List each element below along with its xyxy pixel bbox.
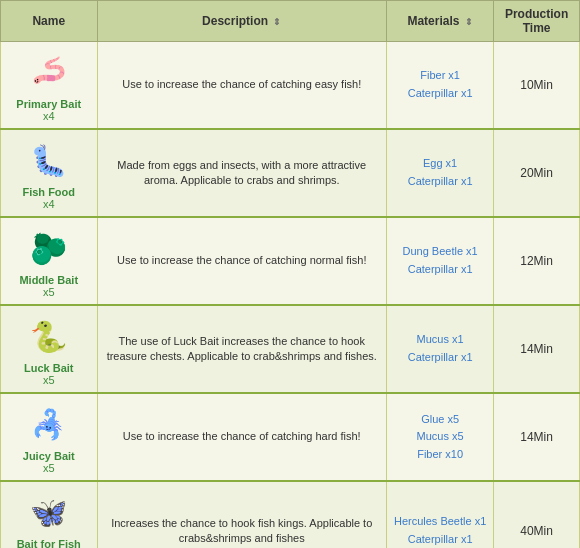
material-item: Fiber x10	[391, 446, 489, 464]
material-item: Caterpillar x1	[391, 85, 489, 103]
table-header-row: Name Description ⇕ Materials ⇕ Productio…	[1, 1, 580, 42]
primary-bait-qty: x4	[5, 110, 93, 122]
name-cell-middle-bait: 🫐 Middle Bait x5	[1, 217, 98, 305]
material-item: Caterpillar x1	[391, 173, 489, 191]
bait-for-fish-king-name: Bait for Fish King	[5, 538, 93, 548]
sort-arrows-materials[interactable]: ⇕	[465, 17, 473, 27]
table-row: 🐍 Luck Bait x5 The use of Luck Bait incr…	[1, 305, 580, 393]
col-header-production-time: Production Time	[494, 1, 580, 42]
desc-cell-middle-bait: Use to increase the chance of catching n…	[97, 217, 387, 305]
materials-cell-primary-bait: Fiber x1Caterpillar x1	[387, 42, 494, 130]
desc-cell-juicy-bait: Use to increase the chance of catching h…	[97, 393, 387, 481]
prod-time-cell-juicy-bait: 14Min	[494, 393, 580, 481]
luck-bait-icon: 🐍	[25, 312, 73, 360]
luck-bait-qty: x5	[5, 374, 93, 386]
desc-cell-bait-for-fish-king: Increases the chance to hook fish kings.…	[97, 481, 387, 548]
col-header-description: Description ⇕	[97, 1, 387, 42]
table-row: 🐛 Fish Food x4 Made from eggs and insect…	[1, 129, 580, 217]
primary-bait-name: Primary Bait	[5, 98, 93, 110]
material-item: Caterpillar x1	[391, 261, 489, 279]
table-row: 🫐 Middle Bait x5 Use to increase the cha…	[1, 217, 580, 305]
material-item: Glue x5	[391, 411, 489, 429]
col-header-materials: Materials ⇕	[387, 1, 494, 42]
prod-time-cell-fish-food: 20Min	[494, 129, 580, 217]
juicy-bait-name: Juicy Bait	[5, 450, 93, 462]
desc-cell-luck-bait: The use of Luck Bait increases the chanc…	[97, 305, 387, 393]
materials-cell-fish-food: Egg x1Caterpillar x1	[387, 129, 494, 217]
material-item: Caterpillar x1	[391, 349, 489, 367]
materials-cell-middle-bait: Dung Beetle x1Caterpillar x1	[387, 217, 494, 305]
table-row: 🪱 Primary Bait x4 Use to increase the ch…	[1, 42, 580, 130]
material-item: Dung Beetle x1	[391, 243, 489, 261]
table-row: 🦂 Juicy Bait x5 Use to increase the chan…	[1, 393, 580, 481]
materials-cell-luck-bait: Mucus x1Caterpillar x1	[387, 305, 494, 393]
name-cell-fish-food: 🐛 Fish Food x4	[1, 129, 98, 217]
desc-cell-primary-bait: Use to increase the chance of catching e…	[97, 42, 387, 130]
name-cell-primary-bait: 🪱 Primary Bait x4	[1, 42, 98, 130]
juicy-bait-icon: 🦂	[25, 400, 73, 448]
luck-bait-name: Luck Bait	[5, 362, 93, 374]
material-item: Egg x1	[391, 155, 489, 173]
middle-bait-qty: x5	[5, 286, 93, 298]
name-cell-bait-for-fish-king: 🦋 Bait for Fish King x5	[1, 481, 98, 548]
name-cell-juicy-bait: 🦂 Juicy Bait x5	[1, 393, 98, 481]
fish-food-name: Fish Food	[5, 186, 93, 198]
prod-time-cell-bait-for-fish-king: 40Min	[494, 481, 580, 548]
prod-time-cell-primary-bait: 10Min	[494, 42, 580, 130]
fish-food-icon: 🐛	[25, 136, 73, 184]
desc-cell-fish-food: Made from eggs and insects, with a more …	[97, 129, 387, 217]
material-item: Mucus x1	[391, 331, 489, 349]
middle-bait-name: Middle Bait	[5, 274, 93, 286]
primary-bait-icon: 🪱	[25, 48, 73, 96]
material-item: Fiber x1	[391, 67, 489, 85]
material-item: Mucus x5	[391, 428, 489, 446]
materials-cell-bait-for-fish-king: Hercules Beetle x1Caterpillar x1	[387, 481, 494, 548]
material-item: Hercules Beetle x1	[391, 513, 489, 531]
table-row: 🦋 Bait for Fish King x5 Increases the ch…	[1, 481, 580, 548]
bait-for-fish-king-icon: 🦋	[25, 488, 73, 536]
juicy-bait-qty: x5	[5, 462, 93, 474]
fish-food-qty: x4	[5, 198, 93, 210]
prod-time-cell-middle-bait: 12Min	[494, 217, 580, 305]
material-item: Caterpillar x1	[391, 531, 489, 548]
prod-time-cell-luck-bait: 14Min	[494, 305, 580, 393]
name-cell-luck-bait: 🐍 Luck Bait x5	[1, 305, 98, 393]
sort-arrows-description[interactable]: ⇕	[273, 17, 281, 27]
materials-cell-juicy-bait: Glue x5Mucus x5Fiber x10	[387, 393, 494, 481]
col-header-name: Name	[1, 1, 98, 42]
middle-bait-icon: 🫐	[25, 224, 73, 272]
crafting-table: Name Description ⇕ Materials ⇕ Productio…	[0, 0, 580, 548]
